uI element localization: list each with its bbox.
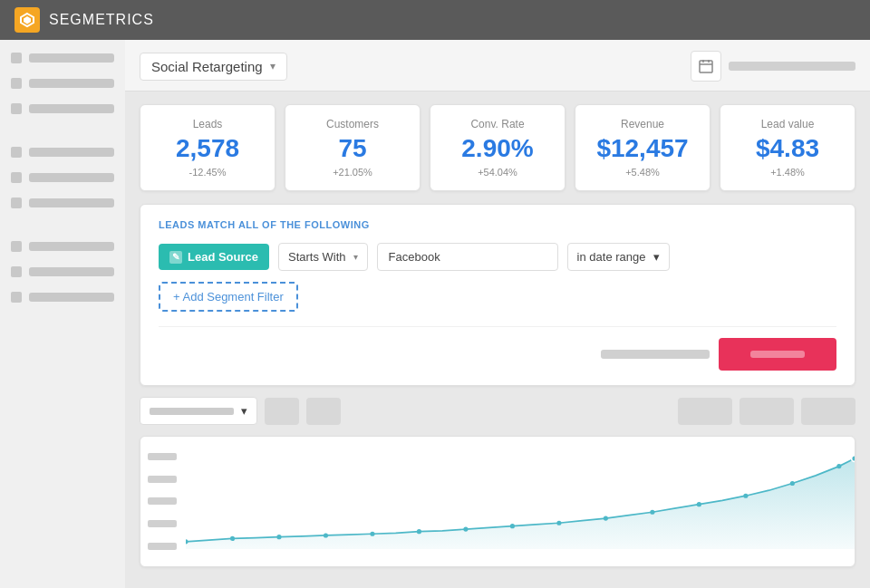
chart-y-labels [140, 437, 186, 566]
sidebar-bar [29, 198, 114, 207]
filter-section: LEADS MATCH ALL OF THE FOLLOWING ✎ Lead … [140, 204, 856, 386]
sidebar-bar [29, 267, 114, 276]
svg-point-13 [510, 524, 515, 528]
stat-value: 75 [296, 136, 409, 161]
stat-change: +1.48% [731, 167, 844, 178]
sidebar-icon [11, 241, 22, 252]
svg-point-16 [650, 510, 654, 515]
top-nav: SEGMETRICS [0, 0, 870, 40]
sub-header: Social Retargeting ▾ [125, 40, 870, 92]
sidebar-icon [11, 78, 22, 89]
chart-metric-select[interactable]: ▾ [140, 397, 257, 425]
chart-svg [186, 437, 855, 549]
sidebar-icon [11, 266, 22, 277]
sidebar-icon [11, 172, 22, 183]
stat-label: Customers [296, 118, 409, 130]
filter-row: ✎ Lead Source Starts With ▾ in date rang… [159, 243, 836, 271]
filter-operator-dropdown[interactable]: Starts With ▾ [278, 243, 368, 271]
filter-tag-lead-source[interactable]: ✎ Lead Source [159, 244, 269, 270]
filter-date-range-dropdown[interactable]: in date range ▾ [567, 243, 670, 271]
sidebar-icon [11, 292, 22, 303]
sidebar-item[interactable] [11, 198, 114, 208]
sidebar-bar [29, 53, 114, 63]
chart-controls: ▾ [125, 386, 870, 436]
chevron-down-icon: ▾ [653, 250, 660, 264]
chart-ctrl-right-1[interactable] [678, 398, 732, 425]
calendar-button[interactable] [691, 51, 721, 82]
add-segment-filter-button[interactable]: + Add Segment Filter [159, 282, 298, 312]
sidebar-icon [11, 198, 22, 208]
date-range-bar [729, 62, 856, 71]
sidebar-icon [11, 103, 22, 114]
chart-select-label [150, 408, 234, 415]
svg-point-18 [743, 494, 748, 498]
filter-value-input[interactable] [377, 243, 558, 271]
date-range-label: in date range [577, 250, 646, 264]
svg-point-21 [852, 456, 855, 462]
stat-card: Revenue $12,457 +5.48% [575, 104, 710, 191]
chevron-down-icon: ▾ [353, 252, 358, 262]
stat-value: $4.83 [731, 136, 844, 161]
sidebar-item[interactable] [11, 241, 114, 252]
chart-y-label [148, 520, 177, 527]
filter-tag-label: Lead Source [188, 250, 258, 264]
apply-button[interactable] [719, 338, 836, 371]
svg-point-15 [604, 516, 608, 521]
chart-ctrl-button-1[interactable] [265, 398, 299, 425]
sidebar-bar [29, 104, 114, 113]
svg-marker-1 [24, 16, 31, 24]
chart-area [140, 436, 856, 567]
chart-ctrl-right-2[interactable] [740, 398, 794, 425]
stat-change: +21.05% [296, 167, 409, 178]
stat-value: $12,457 [586, 136, 699, 161]
sidebar-item[interactable] [11, 292, 114, 303]
stat-label: Revenue [586, 118, 699, 130]
sidebar-bar [29, 148, 114, 157]
stat-label: Conv. Rate [441, 118, 554, 130]
svg-point-9 [324, 533, 328, 537]
filter-action-placeholder [601, 350, 710, 359]
report-title: Social Retargeting [151, 59, 263, 74]
stat-label: Lead value [731, 118, 844, 130]
sidebar-bar [29, 173, 114, 182]
stat-card: Customers 75 +21.05% [285, 104, 420, 191]
content-area: Social Retargeting ▾ Leads 2,578 -12.45%… [125, 40, 870, 588]
chart-y-label [148, 543, 177, 550]
svg-rect-2 [700, 61, 712, 72]
sidebar-item[interactable] [11, 78, 114, 89]
sidebar [0, 40, 125, 588]
app-name: SEGMETRICS [49, 12, 154, 28]
stat-change: -12.45% [151, 167, 264, 178]
svg-point-7 [230, 536, 235, 541]
chart-y-label [148, 497, 177, 505]
main-layout: Social Retargeting ▾ Leads 2,578 -12.45%… [0, 40, 870, 588]
sidebar-item[interactable] [11, 172, 114, 183]
chart-y-label [148, 453, 177, 460]
sidebar-item[interactable] [11, 103, 114, 114]
sidebar-bar [29, 79, 114, 88]
svg-point-10 [370, 532, 374, 536]
filter-actions [159, 326, 836, 371]
chevron-down-icon: ▾ [241, 404, 247, 418]
sidebar-bar [29, 242, 114, 251]
svg-point-19 [790, 481, 795, 486]
sidebar-icon [11, 53, 22, 63]
sidebar-item[interactable] [11, 266, 114, 277]
filter-title: LEADS MATCH ALL OF THE FOLLOWING [159, 219, 836, 230]
svg-point-12 [463, 527, 468, 532]
sidebar-item[interactable] [11, 147, 114, 158]
chart-ctrl-right-3[interactable] [801, 398, 856, 425]
stat-card: Leads 2,578 -12.45% [140, 104, 276, 191]
svg-point-14 [556, 521, 561, 525]
stat-card: Lead value $4.83 +1.48% [720, 104, 856, 191]
stat-value: 2,578 [151, 136, 264, 161]
stat-card: Conv. Rate 2.90% +54.04% [430, 104, 566, 191]
sidebar-bar [29, 293, 114, 302]
sidebar-item[interactable] [11, 53, 114, 63]
chart-ctrl-button-2[interactable] [306, 398, 341, 425]
report-title-dropdown[interactable]: Social Retargeting ▾ [140, 53, 287, 81]
stats-row: Leads 2,578 -12.45% Customers 75 +21.05%… [125, 92, 870, 204]
stat-change: +5.48% [586, 167, 699, 178]
svg-point-8 [276, 535, 281, 539]
svg-point-11 [417, 529, 421, 534]
